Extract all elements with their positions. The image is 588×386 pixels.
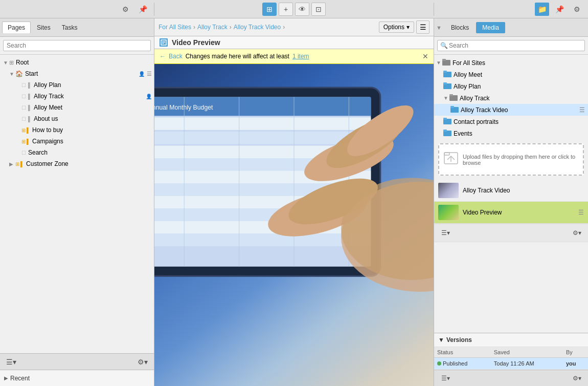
tree-item-alloy-meet[interactable]: ☐ ▌ Alloy Meet bbox=[0, 102, 154, 113]
right-tree-item-contact[interactable]: Contact portraits bbox=[434, 116, 588, 127]
add-icon[interactable]: + bbox=[279, 3, 293, 16]
versions-col-saved: Saved bbox=[491, 347, 563, 358]
user-icon-start: 👤 bbox=[139, 71, 145, 77]
svg-rect-37 bbox=[449, 94, 453, 96]
breadcrumb-sep1: › bbox=[193, 24, 195, 31]
right-collapse-arrow[interactable]: ▼ bbox=[436, 25, 442, 31]
center-actions: Options ▾ ☰ bbox=[379, 20, 429, 34]
tree-item-about-us[interactable]: ☐ ▌ About us bbox=[0, 113, 154, 124]
media-item-alloy-track-video[interactable]: Alloy Track Video bbox=[434, 180, 588, 202]
right-search-wrapper: 🔍 bbox=[437, 40, 585, 51]
tree-label-alloy-plan: Alloy Plan bbox=[34, 81, 152, 89]
svg-text:Annual Monthly Budget: Annual Monthly Budget bbox=[154, 104, 213, 111]
versions-by: you bbox=[563, 358, 588, 370]
collapse-arrow-fas: ▼ bbox=[436, 60, 441, 66]
tab-blocks[interactable]: Blocks bbox=[445, 22, 475, 33]
versions-collapse[interactable]: ▼ bbox=[438, 336, 444, 344]
tab-sites[interactable]: Sites bbox=[32, 22, 56, 33]
tab-pages[interactable]: Pages bbox=[2, 22, 31, 33]
svg-rect-45 bbox=[444, 153, 449, 155]
right-footer-settings[interactable]: ⚙▾ bbox=[570, 372, 584, 385]
versions-col-by: By bbox=[563, 347, 588, 358]
right-tree-item-alloy-plan[interactable]: Alloy Plan bbox=[434, 80, 588, 92]
versions-status: Published bbox=[434, 358, 491, 370]
gear-icon[interactable]: ⚙ bbox=[118, 3, 132, 16]
right-sidebar-footer: ☰▾ ⚙▾ bbox=[434, 370, 588, 386]
right-menu-atv[interactable]: ☰ bbox=[579, 106, 585, 114]
tree-item-alloy-plan[interactable]: ☐ ▌ Alloy Plan bbox=[0, 79, 154, 91]
right-footer-menu[interactable]: ☰▾ bbox=[438, 372, 453, 385]
left-tree: ▼ ⊞ Root ▼ 🏠 Start 👤 ☰ ☐ ▌ Alloy Plan bbox=[0, 55, 154, 353]
right-sidebar-tabs: ▼ Blocks Media bbox=[434, 18, 588, 37]
tree-label-start: Start bbox=[25, 70, 139, 77]
status-text: Published bbox=[443, 360, 467, 367]
right-search-input[interactable] bbox=[437, 40, 585, 51]
folder-icon[interactable]: 📁 bbox=[535, 3, 549, 16]
left-footer-settings[interactable]: ⚙▾ bbox=[135, 355, 150, 369]
tree-item-start[interactable]: ▼ 🏠 Start 👤 ☰ bbox=[0, 68, 154, 79]
list-view-button[interactable]: ☰ bbox=[416, 20, 429, 34]
versions-row-1[interactable]: Published Today 11:26 AM you bbox=[434, 358, 588, 370]
versions-by-you: you bbox=[566, 360, 576, 367]
svg-rect-31 bbox=[442, 59, 446, 61]
notification-close-button[interactable]: ✕ bbox=[422, 52, 428, 60]
page-bar-plan: ▌ bbox=[28, 82, 32, 88]
top-bar-center: ⊞ + 👁 ⊡ bbox=[154, 3, 434, 16]
pin2-icon[interactable]: 📌 bbox=[552, 3, 567, 16]
tab-tasks[interactable]: Tasks bbox=[57, 22, 83, 33]
right-tree-item-for-all-sites[interactable]: ▼ For All Sites bbox=[434, 57, 588, 69]
tree-label-about-us: About us bbox=[34, 115, 152, 122]
left-sidebar-footer: ☰▾ ⚙▾ bbox=[0, 353, 154, 370]
pin-icon[interactable]: 📌 bbox=[135, 3, 150, 16]
options-button[interactable]: Options ▾ bbox=[379, 22, 414, 33]
media-menu-vp[interactable]: ☰ bbox=[578, 209, 584, 216]
tree-item-search[interactable]: ☐ Search bbox=[0, 147, 154, 158]
page-icon-track: ☐ bbox=[21, 94, 26, 99]
menu-icon-start[interactable]: ☰ bbox=[147, 71, 152, 77]
folder-icon-htb: ⊞ bbox=[21, 127, 26, 133]
notification-arrow: ← bbox=[160, 53, 166, 60]
right-tree-item-events[interactable]: Events bbox=[434, 127, 588, 139]
gear2-icon[interactable]: ⚙ bbox=[570, 3, 584, 16]
options-label: Options bbox=[383, 24, 404, 31]
page-icon-meet: ☐ bbox=[21, 105, 26, 111]
tree-item-campaigns[interactable]: ⊞ ▌ Campaigns bbox=[0, 136, 154, 147]
right-tree-item-alloy-meet[interactable]: Alloy Meet bbox=[434, 69, 588, 80]
media-settings-btn[interactable]: ⚙▾ bbox=[570, 226, 584, 240]
breadcrumb-alloy-track[interactable]: Alloy Track bbox=[197, 24, 228, 31]
pages-icon[interactable]: ⊞ bbox=[262, 3, 277, 16]
notification-back-link[interactable]: Back bbox=[169, 53, 183, 60]
tree-item-how-to-buy[interactable]: ⊞ ▌ How to buy bbox=[0, 124, 154, 136]
tab-media[interactable]: Media bbox=[476, 22, 505, 33]
preview-icon[interactable]: 👁 bbox=[295, 3, 309, 16]
left-search-input[interactable] bbox=[3, 40, 151, 51]
svg-rect-41 bbox=[443, 118, 447, 120]
right-label-contact: Contact portraits bbox=[454, 118, 585, 125]
tree-label-how-to-buy: How to buy bbox=[32, 126, 152, 134]
breadcrumb-sep3: › bbox=[283, 24, 285, 31]
media-thumb-vp bbox=[438, 205, 459, 220]
tree-item-alloy-track[interactable]: ☐ ▌ Alloy Track 👤 bbox=[0, 91, 154, 102]
folder-icon-events bbox=[443, 129, 451, 138]
top-toolbar: ⚙ 📌 ⊞ + 👁 ⊡ 📁 📌 ⚙ bbox=[0, 0, 588, 18]
right-tree-item-alloy-track-video[interactable]: Alloy Track Video ☰ bbox=[434, 104, 588, 116]
media-item-video-preview[interactable]: Video Preview ☰ bbox=[434, 202, 588, 224]
media-menu-btn[interactable]: ☰▾ bbox=[438, 226, 453, 240]
left-footer-menu[interactable]: ☰▾ bbox=[4, 355, 18, 369]
status-badge: Published bbox=[437, 360, 467, 367]
top-bar-left: ⚙ 📌 bbox=[0, 3, 154, 16]
upload-area[interactable]: Upload files by dropping them here or cl… bbox=[438, 143, 584, 176]
right-label-events: Events bbox=[454, 130, 585, 137]
tree-label-search: Search bbox=[28, 149, 152, 156]
tree-item-customer-zone[interactable]: ▶ ⊞ ▌ Customer Zone bbox=[0, 158, 154, 169]
tree-item-root[interactable]: ▼ ⊞ Root bbox=[0, 57, 154, 68]
right-tree: ▼ For All Sites Alloy Meet Alloy Plan bbox=[434, 55, 588, 333]
notification-item-link[interactable]: 1 item bbox=[292, 53, 309, 60]
folder-icon-cz: ⊞ bbox=[15, 161, 19, 167]
right-tree-item-alloy-track[interactable]: ▼ Alloy Track bbox=[434, 92, 588, 104]
breadcrumb-alloy-track-video[interactable]: Alloy Track Video bbox=[234, 24, 281, 31]
svg-rect-9 bbox=[154, 117, 371, 130]
content-preview: Annual Monthly Budget bbox=[154, 64, 434, 386]
breadcrumb-for-all-sites[interactable]: For All Sites bbox=[159, 24, 191, 31]
screen-icon[interactable]: ⊡ bbox=[311, 3, 326, 16]
